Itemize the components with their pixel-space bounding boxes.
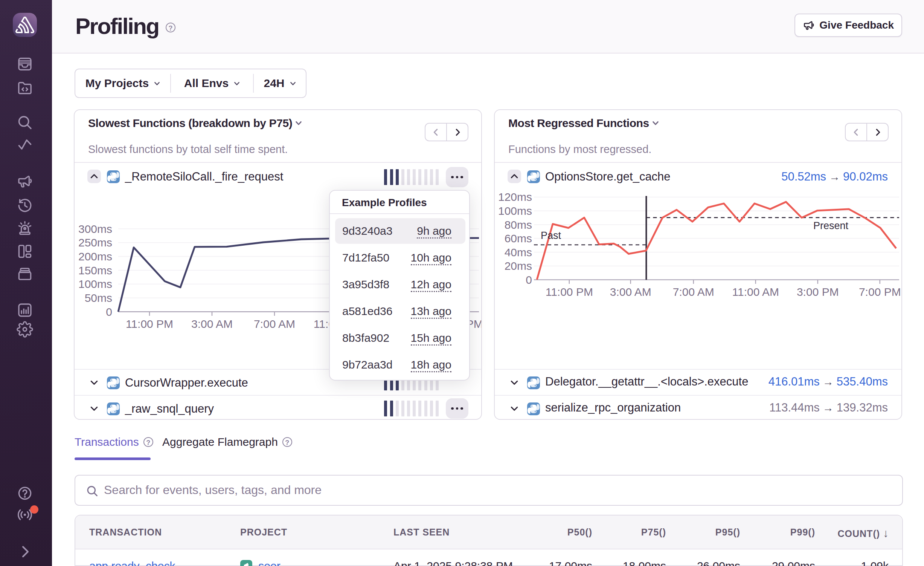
svg-text:120ms: 120ms xyxy=(498,191,532,203)
svg-text:7:00 AM: 7:00 AM xyxy=(254,318,295,330)
svg-text:50ms: 50ms xyxy=(85,292,112,304)
svg-text:0: 0 xyxy=(526,274,532,286)
svg-text:0: 0 xyxy=(106,306,112,318)
svg-text:11:00 AM: 11:00 AM xyxy=(732,286,779,298)
svg-text:250ms: 250ms xyxy=(78,236,112,249)
svg-text:200ms: 200ms xyxy=(78,250,112,263)
svg-text:7:00 PM: 7:00 PM xyxy=(859,286,901,298)
svg-text:11:00 PM: 11:00 PM xyxy=(546,286,593,298)
svg-text:3:00 AM: 3:00 AM xyxy=(610,286,651,298)
svg-text:11:00 PM: 11:00 PM xyxy=(126,318,173,330)
svg-text:3:00 PM: 3:00 PM xyxy=(797,286,839,298)
svg-text:20ms: 20ms xyxy=(505,260,532,272)
svg-text:150ms: 150ms xyxy=(78,264,112,277)
svg-text:7:00 AM: 7:00 AM xyxy=(673,286,714,298)
svg-text:60ms: 60ms xyxy=(505,232,532,245)
svg-text:3:00 AM: 3:00 AM xyxy=(191,318,233,330)
svg-text:80ms: 80ms xyxy=(505,219,532,231)
svg-text:300ms: 300ms xyxy=(78,223,112,235)
svg-text:40ms: 40ms xyxy=(505,246,532,259)
svg-text:100ms: 100ms xyxy=(498,205,532,217)
svg-text:100ms: 100ms xyxy=(78,278,112,290)
